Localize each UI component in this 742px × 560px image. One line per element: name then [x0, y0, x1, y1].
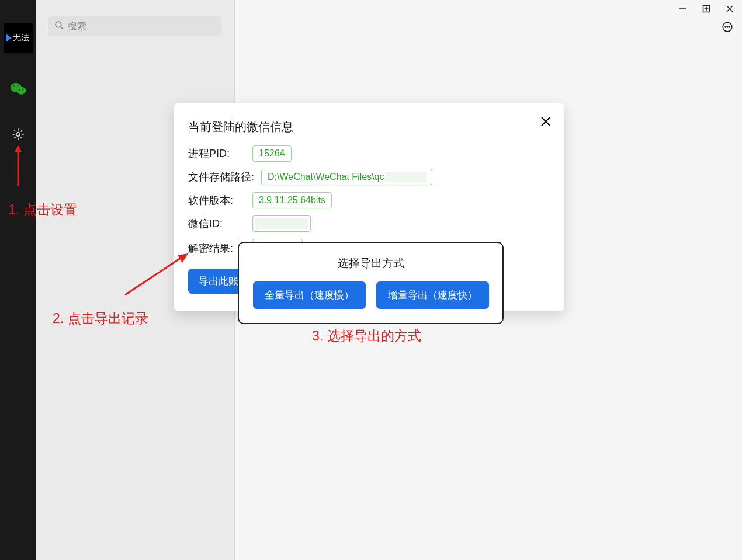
filepath-visible-text: D:\WeChat\WeChat Files\qc [268, 172, 384, 182]
svg-point-5 [22, 89, 23, 91]
export-mode-title: 选择导出方式 [251, 256, 491, 271]
svg-point-16 [725, 26, 726, 27]
wxid-label: 微信ID: [188, 217, 252, 231]
search-box[interactable] [48, 16, 221, 36]
svg-point-18 [729, 26, 730, 27]
filepath-redacted [385, 172, 426, 182]
filepath-label: 文件存储路径: [188, 170, 261, 184]
full-export-button[interactable]: 全量导出（速度慢） [253, 281, 366, 309]
maximize-button[interactable] [701, 4, 712, 14]
wechat-icon[interactable] [10, 81, 26, 99]
dialog-title: 当前登陆的微信信息 [188, 119, 550, 135]
incremental-export-button[interactable]: 增量导出（速度快） [376, 281, 489, 309]
avatar-placeholder-text: 无法 [13, 33, 29, 43]
search-icon [54, 20, 64, 33]
filepath-value: D:\WeChat\WeChat Files\qc [261, 169, 432, 185]
svg-point-3 [17, 85, 18, 86]
version-value: 3.9.11.25 64bits [252, 192, 332, 208]
wxid-value-redacted: xxxxxxxx [252, 215, 311, 232]
version-label: 软件版本: [188, 193, 252, 207]
svg-line-8 [60, 26, 63, 29]
close-icon[interactable] [540, 116, 552, 130]
svg-point-7 [56, 22, 61, 27]
svg-point-17 [727, 26, 728, 27]
svg-point-1 [17, 87, 26, 95]
svg-point-2 [13, 85, 15, 86]
chat-bubble-icon[interactable] [721, 21, 734, 36]
minimize-button[interactable] [678, 4, 688, 14]
export-mode-dialog: 选择导出方式 全量导出（速度慢） 增量导出（速度快） [238, 242, 504, 324]
pid-value: 15264 [252, 145, 292, 162]
window-controls [678, 4, 735, 14]
svg-point-4 [19, 89, 20, 91]
sidebar: 无法 [0, 0, 36, 560]
pid-label: 进程PID: [188, 147, 252, 161]
search-input[interactable] [68, 21, 216, 32]
svg-point-6 [16, 133, 20, 136]
avatar[interactable]: 无法 [4, 23, 33, 53]
gear-icon[interactable] [11, 127, 25, 144]
close-button[interactable] [724, 4, 735, 14]
